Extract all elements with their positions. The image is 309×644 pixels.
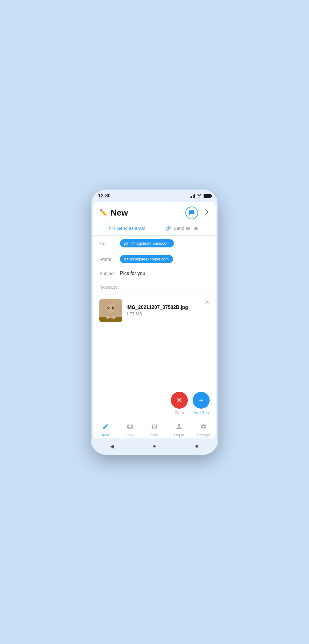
clear-button[interactable]: ✕ [171,392,188,409]
tab-email-label: Send as emal [117,226,145,231]
inbox-nav-icon [127,423,133,432]
settings-nav-label: Settings [197,433,210,437]
from-field-row: From: ben@bigsteakhouse.com [93,251,216,267]
tab-send-email[interactable]: ✉️ Send as emal [99,222,154,235]
app-content: ✏️ New ✉️ Send as emal [93,202,216,438]
header: ✏️ New [93,202,216,222]
clear-label: Clear [174,411,184,415]
fab-area: ✕ Clear + Add files [93,387,216,420]
attachment-card: IMG_20211207_07502B.jpg 1.77 MB ✕ [99,299,210,322]
nav-item-settings[interactable]: Settings [191,423,216,437]
clear-fab-item: ✕ Clear [171,392,188,415]
recents-button[interactable]: ■ [193,442,201,451]
form-section: To: john@bigsteakhouse.com From: ben@big… [93,236,216,420]
subject-label: Subject: [99,271,118,276]
attachment-size: 1.77 MB [126,311,201,316]
chat-button[interactable] [185,206,198,219]
settings-nav-icon [200,423,207,432]
attachment-name: IMG_20211207_07502B.jpg [126,305,201,310]
send-button[interactable] [202,208,210,218]
wifi-icon [197,193,202,198]
link-tab-icon: 🔗 [166,225,172,231]
email-tab-icon: ✉️ [109,225,115,231]
svg-point-9 [112,307,114,309]
signal-icon [190,194,195,198]
nav-item-sent[interactable]: Sent [142,423,167,437]
svg-point-8 [108,307,110,309]
home-button[interactable]: ● [150,442,159,451]
header-right [185,206,210,219]
svg-point-11 [113,307,113,307]
login-nav-icon [176,423,182,432]
add-files-label: Add files [194,411,209,415]
from-chip[interactable]: ben@bigsteakhouse.com [120,255,173,263]
status-time: 12:30 [98,193,111,199]
from-label: From: [99,257,118,262]
battery-icon [204,194,211,198]
status-bar: 12:30 [91,190,218,200]
tab-send-link[interactable]: 🔗 Send as link [154,222,210,235]
svg-point-18 [111,316,116,319]
login-nav-label: Log In [174,433,184,437]
svg-point-17 [106,316,110,319]
to-label: To: [99,241,118,246]
status-icons [190,193,211,198]
edit-icon: ✏️ [99,209,108,217]
nav-item-login[interactable]: Log In [167,423,191,437]
page-title: New [111,208,128,218]
android-nav: ◀ ● ■ [91,440,218,455]
subject-value[interactable]: Pics for you [120,271,145,276]
header-left: ✏️ New [99,208,128,218]
subject-field-row: Subject: Pics for you [93,267,216,280]
chat-icon [189,210,195,216]
new-nav-label: New [102,433,109,437]
tab-link-label: Send as link [174,226,198,231]
add-files-fab-item: + Add files [193,392,210,415]
clear-icon: ✕ [176,396,182,404]
svg-point-10 [108,307,109,307]
back-button[interactable]: ◀ [108,442,116,451]
add-icon: + [199,396,203,404]
phone-frame: 12:30 ✏️ New [91,190,218,455]
message-field-row[interactable]: Message: [93,280,216,294]
attachment-info: IMG_20211207_07502B.jpg 1.77 MB [126,305,201,316]
inbox-nav-label: Inbox [126,433,135,437]
new-nav-icon [102,423,109,432]
attachment-area: IMG_20211207_07502B.jpg 1.77 MB ✕ [93,294,216,346]
sent-nav-icon [151,423,158,432]
cat-image [99,299,122,322]
bottom-nav: New Inbox Sent [93,420,216,438]
nav-item-new[interactable]: New [93,423,118,437]
remove-attachment-button[interactable]: ✕ [204,299,210,305]
to-field-row: To: john@bigsteakhouse.com [93,236,216,251]
message-label: Message: [99,284,119,290]
add-files-button[interactable]: + [193,392,210,409]
nav-item-inbox[interactable]: Inbox [118,423,142,437]
sent-nav-label: Sent [151,433,158,437]
attachment-thumbnail [99,299,122,322]
to-chip[interactable]: john@bigsteakhouse.com [120,239,174,247]
tab-bar: ✉️ Send as emal 🔗 Send as link [93,222,216,236]
